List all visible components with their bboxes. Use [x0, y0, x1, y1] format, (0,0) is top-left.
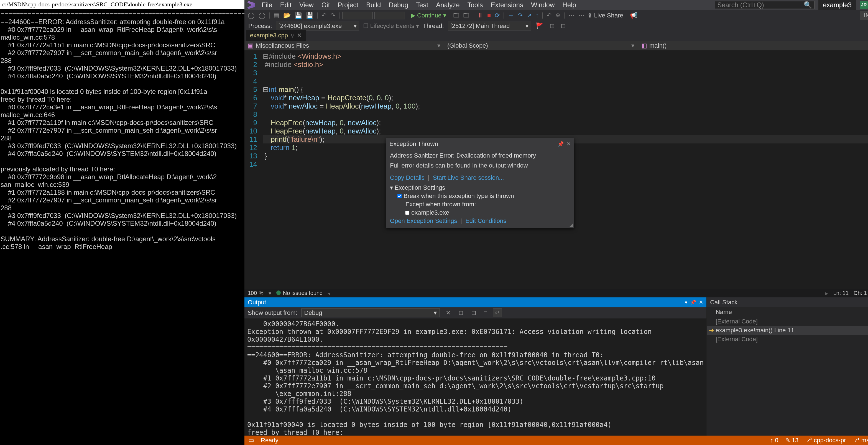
scroll-right-icon[interactable]: ▸ [825, 290, 828, 297]
snapshot-icon[interactable]: ❄ [554, 11, 561, 20]
menu-build[interactable]: Build [362, 1, 385, 9]
output-source-dropdown[interactable]: Debug▾ [301, 308, 440, 317]
issues-label[interactable]: No issues found [283, 290, 322, 296]
editor-tabs: example3.cpp ⚲ ✕ ▾ ⚙ [244, 31, 868, 41]
code-editor[interactable]: 1234567891011121314 ⊟#include <Windows.h… [244, 50, 868, 289]
menu-view[interactable]: View [296, 1, 318, 9]
console-output[interactable]: ========================================… [0, 9, 244, 250]
thread-dropdown[interactable]: [251272] Main Thread▾ [448, 22, 531, 30]
save-icon[interactable]: 💾 [293, 11, 303, 20]
callstack-row[interactable]: [External Code] [707, 335, 868, 344]
branch-indicator[interactable]: ⎇ master ▴ [852, 437, 868, 444]
exception-message: Address Sanitizer Error: Deallocation of… [390, 151, 570, 160]
outgoing-commits[interactable]: ↑ 0 [770, 437, 778, 444]
clear-all-icon[interactable]: ≡ [482, 308, 489, 317]
exception-close-icon[interactable]: ✕ [566, 141, 570, 147]
restart-icon[interactable]: 🗔 [462, 11, 470, 20]
menu-project[interactable]: Project [334, 1, 362, 9]
menu-file[interactable]: File [258, 1, 276, 9]
redo-icon[interactable]: ↷ [329, 11, 336, 20]
clear-icon[interactable]: ✕ [444, 308, 453, 317]
refresh-icon[interactable]: ⟳ [494, 11, 501, 20]
callstack-row[interactable]: [External Code] [707, 317, 868, 326]
threads-icon[interactable]: ⊞ [549, 22, 556, 30]
solution-name[interactable]: example3 [818, 0, 856, 10]
find-icon[interactable]: ⊟ [457, 308, 465, 317]
step-over-icon[interactable]: ↷ [517, 11, 524, 20]
stop-icon[interactable]: ■ [486, 11, 492, 20]
save-all-icon[interactable]: 💾 [305, 11, 315, 20]
wrap-icon[interactable]: ↵ [493, 308, 502, 317]
method-icon: ◧ [641, 42, 647, 49]
menu-analyze[interactable]: Analyze [432, 1, 463, 9]
callstack-title-bar[interactable]: Call Stack ▾ 📌 ✕ [707, 298, 868, 307]
editor-status-bar: 100 %▾ No issues found ◂ ▸ Ln: 11 Ch: 1 … [244, 289, 868, 297]
callstack-col-name[interactable]: Name [716, 308, 868, 316]
menu-tools[interactable]: Tools [464, 1, 487, 9]
nav-fwd-icon[interactable]: ◯ [257, 11, 267, 20]
nav-back-icon[interactable]: ◯ [247, 11, 256, 20]
open-exception-settings-link[interactable]: Open Exception Settings [390, 217, 457, 224]
process-dropdown[interactable]: [244600] example3.exe▾ [276, 22, 359, 30]
output-close-icon[interactable]: ✕ [699, 299, 703, 305]
config-dropdown[interactable] [342, 12, 373, 20]
exception-settings-header[interactable]: Exception Settings [395, 184, 445, 191]
debug-location-toolbar: Process: [244600] example3.exe▾ ☐ Lifecy… [244, 21, 868, 31]
stack-icon[interactable]: ⊟ [560, 22, 567, 30]
tab-example3-cpp[interactable]: example3.cpp ⚲ ✕ [246, 30, 306, 41]
step-into-icon[interactable]: → [506, 11, 515, 20]
step-out-icon[interactable]: ↗ [525, 11, 533, 20]
menu-window[interactable]: Window [527, 1, 558, 9]
start-live-share-link[interactable]: Start Live Share session... [433, 174, 504, 181]
menu-edit[interactable]: Edit [276, 1, 296, 9]
more1-icon[interactable]: ⋯ [567, 11, 576, 20]
menu-debug[interactable]: Debug [385, 1, 412, 9]
lifecycle-events[interactable]: ☐ Lifecycle Events ▾ [363, 23, 419, 30]
user-avatar[interactable]: JR [860, 1, 868, 9]
platform-dropdown[interactable] [374, 12, 405, 20]
exception-pin-icon[interactable]: 📌 [558, 141, 564, 147]
feedback-icon[interactable]: 📢 [629, 11, 639, 20]
live-share-button[interactable]: ⇪ Live Share [587, 12, 623, 19]
zoom-level[interactable]: 100 % [248, 290, 264, 296]
col-indicator[interactable]: Ch: 1 [854, 290, 867, 296]
except-item-checkbox[interactable]: example3.exe [390, 208, 570, 217]
tab-label: example3.cpp [250, 32, 288, 39]
open-icon[interactable]: 📂 [282, 11, 292, 20]
callstack-row[interactable]: ➔example3.exe!main() Line 11C++ [707, 326, 868, 335]
nav-project-dropdown[interactable]: ▣Miscellaneous Files▾ [244, 41, 444, 50]
nav-scope-dropdown[interactable]: (Global Scope)▾ [444, 41, 638, 50]
goto-icon[interactable]: ⊟ [469, 308, 478, 317]
menu-help[interactable]: Help [558, 1, 580, 9]
output-dropdown-icon[interactable]: ▾ [685, 299, 687, 305]
edit-conditions-link[interactable]: Edit Conditions [465, 217, 506, 224]
reverse-icon[interactable]: ↶ [546, 11, 553, 20]
tab-close-icon[interactable]: ✕ [297, 32, 302, 39]
continue-button[interactable]: ▶ Continue ▾ [411, 12, 446, 19]
nav-member-dropdown[interactable]: ◧main()▾ [638, 41, 868, 50]
more2-icon[interactable]: ⋯ [577, 11, 586, 20]
step-back-icon[interactable]: ↑ [534, 11, 539, 20]
break-checkbox[interactable]: Break when this exception type is thrown [390, 192, 570, 200]
copy-details-link[interactable]: Copy Details [390, 174, 425, 181]
repo-indicator[interactable]: ⎇ cpp-docs-pr [805, 437, 846, 444]
new-item-icon[interactable]: ▤ [272, 11, 280, 20]
process-label: Process: [248, 23, 272, 30]
scroll-left-icon[interactable]: ◂ [328, 290, 330, 297]
output-title-bar[interactable]: Output ▾ 📌 ✕ [244, 298, 706, 307]
line-indicator[interactable]: Ln: 11 [833, 290, 848, 296]
flag-icon[interactable]: 🚩 [535, 22, 545, 30]
menu-extensions[interactable]: Extensions [487, 1, 527, 9]
output-text[interactable]: 0x00000427B64E0000. Exception thrown at … [244, 318, 706, 436]
hot-reload-icon[interactable]: 🗔 [452, 11, 460, 20]
menu-git[interactable]: Git [318, 1, 334, 9]
resize-grip-icon[interactable]: ◢ [569, 222, 573, 227]
pin-icon[interactable]: ⚲ [291, 33, 294, 38]
incoming-commits[interactable]: ✎ 13 [785, 437, 799, 444]
output-pin-icon[interactable]: 📌 [690, 299, 696, 305]
search-input[interactable]: Search (Ctrl+Q) 🔍 [715, 1, 814, 9]
undo-icon[interactable]: ↶ [320, 11, 328, 20]
menu-test[interactable]: Test [412, 1, 432, 9]
break-all-icon[interactable]: ⏸ [476, 11, 485, 20]
console-title: c:\MSDN\cpp-docs-pr\docs\sanitizers\SRC_… [0, 0, 244, 9]
